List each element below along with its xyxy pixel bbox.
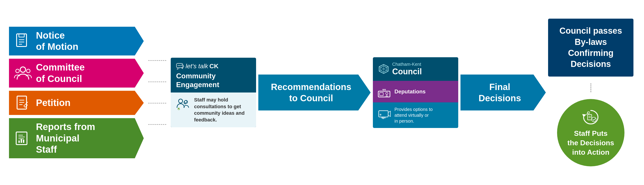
final-decisions-arrow: FinalDecisions <box>460 74 546 110</box>
document-icon <box>14 32 32 50</box>
dotted-line-1 <box>148 60 166 61</box>
deputations-icon <box>377 85 391 98</box>
virtual-attendance-icon <box>377 108 391 122</box>
recommendations-to-council-label: Recommendationsto Council <box>271 81 351 104</box>
svg-rect-0 <box>16 34 26 46</box>
svg-rect-18 <box>21 139 22 143</box>
svg-point-5 <box>20 67 26 72</box>
svg-rect-1 <box>19 34 24 37</box>
staff-action-icon <box>582 108 600 126</box>
deputations-section: Deputations <box>373 81 458 102</box>
lets-talk-ck: CK <box>209 63 218 70</box>
petition-label: Petition <box>36 97 70 108</box>
chat-bubble-icon <box>176 63 184 70</box>
council-title-block: Chatham-Kent Council <box>392 62 422 76</box>
council-top-section: Chatham-Kent Council <box>373 57 458 81</box>
staff-puts-circle: Staff Putsthe Decisionsinto Action <box>557 99 624 166</box>
dotted-connectors <box>144 50 171 135</box>
council-box: Chatham-Kent Council Deputations <box>373 57 458 128</box>
svg-marker-46 <box>582 114 586 117</box>
group-icon <box>14 64 32 82</box>
svg-point-34 <box>386 92 388 94</box>
svg-rect-47 <box>588 114 592 120</box>
chatham-kent-brand: Chatham-Kent <box>392 62 422 67</box>
virtual-attendance-section: Provides options toattend virtually orin… <box>373 102 458 128</box>
dotted-line-4 <box>148 124 166 125</box>
community-engagement-box: let's talk CK CommunityEngagement Staff … <box>171 58 256 127</box>
committee-of-council-label: Committeeof Council <box>36 62 85 84</box>
svg-point-6 <box>16 69 19 73</box>
svg-rect-33 <box>380 92 383 96</box>
final-decisions-label: FinalDecisions <box>479 81 521 104</box>
deputations-label: Deputations <box>394 88 426 95</box>
lets-talk-text: let's talk <box>186 63 208 70</box>
petition-arrow: Petition <box>9 91 144 115</box>
svg-marker-41 <box>388 111 390 116</box>
petition-icon <box>14 94 32 112</box>
lets-talk-logo: let's talk CK <box>176 63 218 70</box>
svg-point-21 <box>178 65 178 66</box>
community-engagement-title: CommunityEngagement <box>176 72 219 89</box>
left-arrows-group: Noticeof Motion Committeeof Council <box>9 27 144 158</box>
svg-point-7 <box>26 69 30 73</box>
final-decisions-arrow-wrapper: FinalDecisions <box>460 74 546 110</box>
svg-rect-19 <box>23 140 24 143</box>
notice-of-motion-label: Noticeof Motion <box>36 30 78 52</box>
community-description: Staff may hold consultations to get comm… <box>194 96 252 123</box>
chart-icon <box>14 129 32 147</box>
dotted-vertical-line <box>590 83 591 92</box>
recommendations-arrow-wrapper: Recommendationsto Council <box>258 74 371 110</box>
recommendations-to-council-arrow: Recommendationsto Council <box>258 74 371 110</box>
reports-from-staff-label: Reports fromMunicipalStaff <box>36 121 95 155</box>
svg-point-45 <box>380 114 381 115</box>
dotted-line-2 <box>148 82 166 82</box>
svg-point-23 <box>180 65 182 66</box>
council-word: Council <box>392 67 422 76</box>
notice-of-motion-arrow: Noticeof Motion <box>9 27 144 56</box>
svg-rect-32 <box>378 91 390 97</box>
community-bottom-section: Staff may hold consultations to get comm… <box>171 92 256 127</box>
diagram-container: Noticeof Motion Committeeof Council <box>0 0 644 185</box>
community-top-section: let's talk CK CommunityEngagement <box>171 58 256 92</box>
chatham-kent-logo-icon <box>378 64 389 74</box>
dotted-line-3 <box>148 103 166 104</box>
svg-point-50 <box>592 117 596 122</box>
svg-point-22 <box>179 65 180 66</box>
reports-from-staff-arrow: Reports fromMunicipalStaff <box>9 118 144 158</box>
committee-of-council-arrow: Committeeof Council <box>9 58 144 88</box>
virtual-attendance-text: Provides options toattend virtually orin… <box>394 106 433 124</box>
svg-point-24 <box>178 99 182 103</box>
staff-circle-label: Staff Putsthe Decisionsinto Action <box>568 129 614 157</box>
community-feedback-icon <box>175 96 191 112</box>
council-passes-text: Council passesBy-lawsConfirmingDecisions <box>560 26 622 69</box>
council-passes-box: Council passesBy-lawsConfirmingDecisions <box>548 19 634 76</box>
right-side-group: Council passesBy-lawsConfirmingDecisions <box>548 19 634 166</box>
svg-rect-17 <box>18 140 20 143</box>
